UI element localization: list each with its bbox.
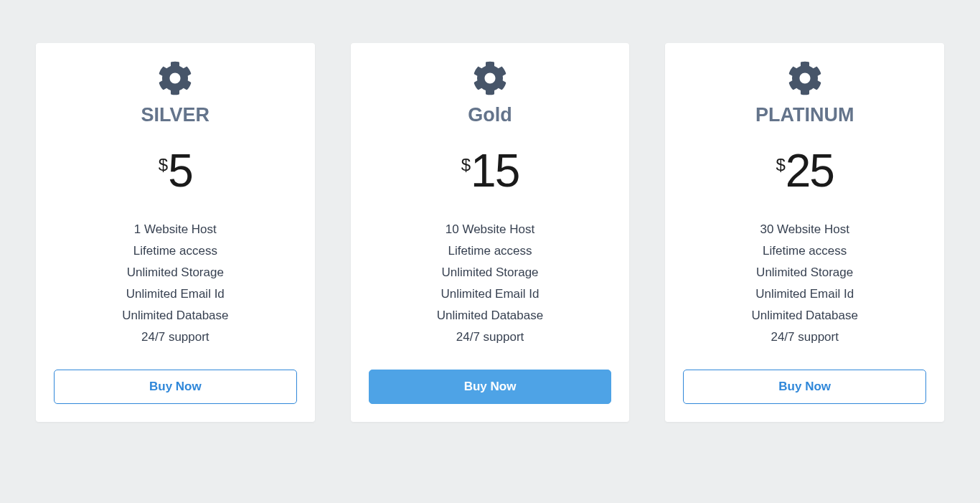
- feature-item: Unlimited Database: [54, 305, 297, 326]
- feature-item: Unlimited Email Id: [683, 283, 926, 305]
- pricing-container: SILVER $ 5 1 Website Host Lifetime acces…: [36, 43, 944, 422]
- feature-item: Unlimited Email Id: [369, 283, 612, 305]
- feature-item: Lifetime access: [54, 240, 297, 262]
- price-wrapper: $ 5: [54, 148, 297, 194]
- feature-item: 24/7 support: [54, 326, 297, 348]
- price-value: 25: [786, 148, 834, 194]
- price-value: 15: [471, 148, 519, 194]
- feature-item: Unlimited Storage: [683, 262, 926, 283]
- buy-now-button[interactable]: Buy Now: [369, 370, 612, 404]
- pricing-card-gold: Gold $ 15 10 Website Host Lifetime acces…: [351, 43, 630, 422]
- feature-item: Lifetime access: [683, 240, 926, 262]
- gear-icon: [788, 61, 822, 95]
- feature-item: 1 Website Host: [54, 219, 297, 240]
- feature-item: Unlimited Storage: [369, 262, 612, 283]
- buy-now-button[interactable]: Buy Now: [683, 370, 926, 404]
- currency-symbol: $: [461, 155, 471, 175]
- feature-item: Unlimited Storage: [54, 262, 297, 283]
- plan-name: Gold: [369, 104, 612, 126]
- plan-name: SILVER: [54, 104, 297, 126]
- feature-item: 30 Website Host: [683, 219, 926, 240]
- pricing-card-silver: SILVER $ 5 1 Website Host Lifetime acces…: [36, 43, 315, 422]
- feature-item: Lifetime access: [369, 240, 612, 262]
- feature-item: Unlimited Database: [369, 305, 612, 326]
- features-list: 10 Website Host Lifetime access Unlimite…: [369, 219, 612, 348]
- buy-now-button[interactable]: Buy Now: [54, 370, 297, 404]
- feature-item: Unlimited Email Id: [54, 283, 297, 305]
- plan-name: PLATINUM: [683, 104, 926, 126]
- currency-symbol: $: [159, 155, 168, 175]
- features-list: 1 Website Host Lifetime access Unlimited…: [54, 219, 297, 348]
- gear-icon: [473, 61, 507, 95]
- currency-symbol: $: [776, 155, 785, 175]
- pricing-card-platinum: PLATINUM $ 25 30 Website Host Lifetime a…: [665, 43, 944, 422]
- feature-item: 10 Website Host: [369, 219, 612, 240]
- feature-item: 24/7 support: [369, 326, 612, 348]
- price-value: 5: [168, 148, 192, 194]
- gear-icon: [158, 61, 192, 95]
- feature-item: 24/7 support: [683, 326, 926, 348]
- price-wrapper: $ 15: [369, 148, 612, 194]
- feature-item: Unlimited Database: [683, 305, 926, 326]
- price-wrapper: $ 25: [683, 148, 926, 194]
- features-list: 30 Website Host Lifetime access Unlimite…: [683, 219, 926, 348]
